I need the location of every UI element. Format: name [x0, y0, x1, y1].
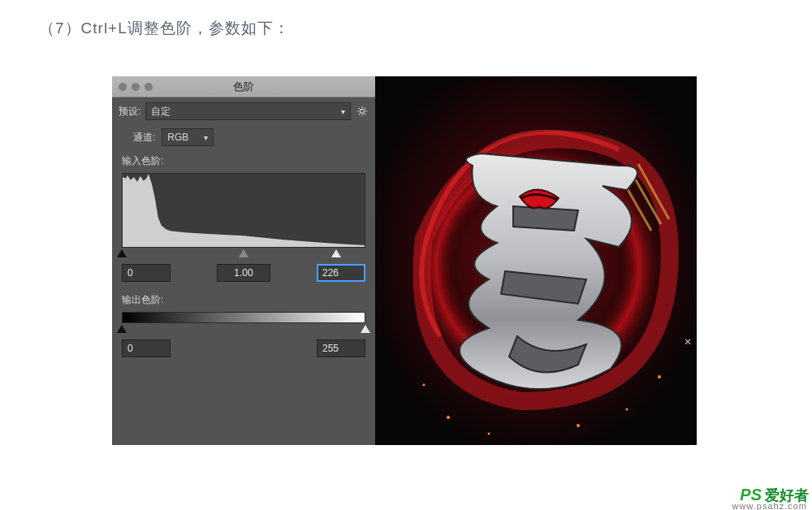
histogram[interactable]	[122, 173, 365, 248]
channel-label: 通道:	[133, 131, 155, 145]
watermark-url: www.psahz.com	[732, 501, 807, 510]
svg-point-17	[577, 424, 580, 427]
output-levels-label: 输出色阶:	[122, 293, 369, 307]
channel-select[interactable]: RGB ▾	[162, 128, 214, 146]
svg-point-15	[447, 416, 450, 419]
channel-row: 通道: RGB ▾	[133, 128, 369, 146]
svg-point-18	[626, 408, 628, 411]
close-icon[interactable]: ✕	[684, 336, 692, 348]
svg-line-5	[359, 108, 360, 109]
svg-point-19	[423, 384, 425, 387]
step-caption: （7）Ctrl+L调整色阶，参数如下：	[39, 18, 290, 39]
output-white-handle[interactable]	[361, 325, 370, 333]
preset-row: 预设: 自定 ▾	[119, 102, 369, 120]
svg-line-8	[365, 108, 365, 109]
input-white-field[interactable]: 226	[317, 264, 365, 282]
dialog-title: 色阶	[112, 80, 375, 94]
output-values-row: 0 255	[122, 339, 365, 357]
svg-point-20	[658, 375, 661, 378]
levels-dialog: 色阶 预设: 自定 ▾ 通道: RGB ▾ 输入色阶:	[112, 76, 375, 445]
svg-point-0	[360, 109, 364, 113]
chevron-down-icon: ▾	[204, 133, 208, 142]
preset-value: 自定	[151, 105, 171, 119]
input-gamma-field[interactable]: 1.00	[217, 264, 270, 282]
dialog-body: 预设: 自定 ▾ 通道: RGB ▾ 输入色阶:	[112, 97, 375, 445]
result-preview: ✕	[375, 76, 697, 445]
svg-line-6	[365, 114, 365, 115]
artwork-svg	[375, 76, 697, 445]
output-slider[interactable]	[122, 325, 365, 336]
input-black-field[interactable]: 0	[122, 264, 171, 282]
input-slider[interactable]	[122, 249, 365, 261]
dialog-titlebar: 色阶	[112, 76, 375, 97]
highlight-slider-handle[interactable]	[331, 249, 341, 257]
preset-select[interactable]: 自定 ▾	[145, 102, 351, 120]
input-values-row: 0 1.00 226	[122, 264, 365, 282]
output-black-handle[interactable]	[117, 325, 127, 333]
output-white-field[interactable]: 255	[317, 339, 365, 357]
chevron-down-icon: ▾	[341, 107, 345, 116]
shadow-slider-handle[interactable]	[117, 249, 127, 257]
channel-value: RGB	[167, 132, 188, 143]
input-levels-label: 输入色阶:	[122, 154, 369, 168]
svg-point-16	[488, 433, 490, 435]
svg-line-7	[359, 114, 360, 115]
midtone-slider-handle[interactable]	[239, 249, 248, 257]
preset-label: 预设:	[119, 105, 140, 119]
output-gradient	[122, 312, 365, 323]
gear-icon[interactable]	[356, 105, 369, 118]
tutorial-frame: 色阶 预设: 自定 ▾ 通道: RGB ▾ 输入色阶:	[112, 76, 697, 445]
output-black-field[interactable]: 0	[122, 339, 171, 357]
